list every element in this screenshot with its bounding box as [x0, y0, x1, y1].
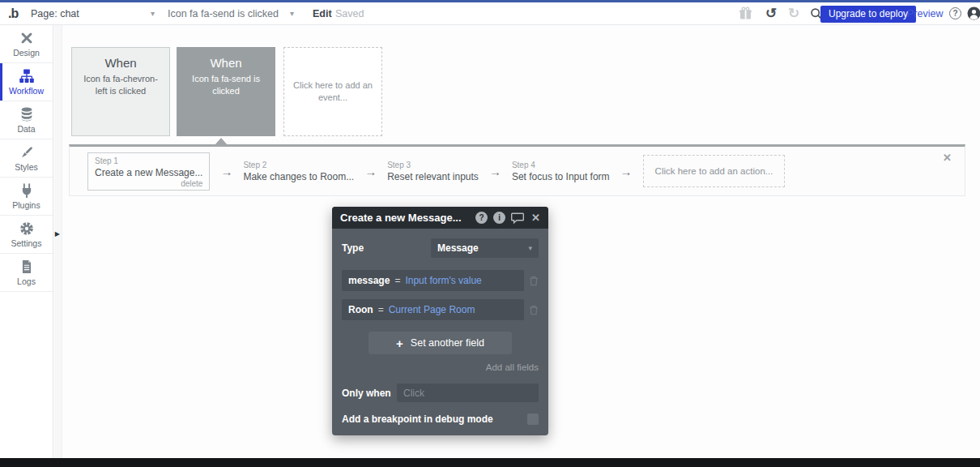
info-icon[interactable]: i	[493, 212, 505, 224]
upgrade-to-deploy-button[interactable]: Upgrade to deploy	[820, 6, 916, 23]
step-arrow-icon: →	[489, 165, 501, 178]
field-name: message	[348, 275, 390, 286]
step-4-card[interactable]: Step 4 Set focus to Input form	[512, 161, 610, 182]
add-event-placeholder[interactable]: Click here to add an event...	[283, 47, 382, 136]
database-icon	[19, 107, 34, 122]
help-icon[interactable]: ?	[475, 212, 488, 224]
set-another-field-label: Set another field	[411, 337, 484, 349]
sidebar-item-plugins[interactable]: Plugins	[0, 178, 53, 216]
top-toolbar: .b Page: chat ▾ Icon fa fa-send is click…	[0, 2, 980, 25]
only-when-label: Only when	[342, 388, 397, 399]
event-description: Icon fa fa-send is clicked	[184, 73, 268, 97]
actions-panel: Step 1 Create a new Message... delete → …	[69, 144, 965, 196]
bubble-logo: .b	[8, 2, 18, 24]
workflow-icon	[19, 69, 34, 84]
breakpoint-label: Add a breakpoint in debug mode	[342, 413, 493, 425]
step-2-card[interactable]: Step 2 Make changes to Room...	[243, 161, 354, 182]
chevron-down-icon: ▾	[528, 244, 532, 252]
step-caption: Step 3	[387, 161, 479, 169]
type-label: Type	[342, 242, 364, 254]
sidebar-item-label: Data	[17, 124, 35, 134]
edit-mode-label[interactable]: Edit	[313, 2, 332, 24]
step-delete-link[interactable]: delete	[95, 179, 202, 188]
step-caption: Step 4	[512, 161, 610, 169]
type-dropdown[interactable]: Message ▾	[431, 238, 539, 258]
sidebar-item-design[interactable]: Design	[0, 25, 53, 63]
step-label: Create a new Message...	[95, 167, 202, 178]
sidebar-item-workflow[interactable]: Workflow	[0, 63, 53, 101]
add-all-fields-link[interactable]: Add all fields	[342, 362, 539, 372]
sidebar-item-label: Plugins	[12, 200, 40, 210]
comment-icon[interactable]	[511, 212, 524, 224]
sidebar-item-styles[interactable]: Styles	[0, 139, 53, 178]
step-arrow-icon: →	[220, 165, 232, 178]
step-caption: Step 2	[243, 161, 354, 169]
sidebar-expand-handle[interactable]: ▶	[55, 230, 60, 238]
popup-title: Create a new Message...	[340, 212, 475, 224]
field-name: Roon	[348, 304, 373, 315]
plug-icon	[19, 183, 34, 198]
bottom-taskbar	[0, 458, 980, 467]
step-caption: Step 1	[95, 156, 202, 165]
set-another-field-button[interactable]: + Set another field	[369, 332, 512, 354]
step-3-card[interactable]: Step 3 Reset relevant inputs	[387, 161, 479, 182]
event-heading: When	[79, 56, 163, 70]
event-description: Icon fa fa-chevron-left is clicked	[79, 73, 163, 97]
sidebar-item-label: Logs	[17, 276, 36, 286]
step-label: Make changes to Room...	[243, 171, 354, 182]
event-heading: When	[184, 56, 268, 70]
event-box-chevron-left[interactable]: When Icon fa fa-chevron-left is clicked	[71, 47, 170, 136]
document-icon	[19, 259, 34, 274]
breakpoint-checkbox[interactable]	[527, 413, 539, 425]
popup-body: Type Message ▾ message = Input form's va…	[332, 229, 548, 435]
sidebar-item-data[interactable]: Data	[0, 101, 53, 139]
event-box-send-selected[interactable]: When Icon fa fa-send is clicked	[177, 47, 275, 136]
field-value-expression[interactable]: Input form's value	[405, 275, 481, 286]
avatar[interactable]	[967, 2, 980, 24]
sidebar-item-settings[interactable]: Settings ▶	[0, 216, 53, 254]
chevron-down-icon[interactable]: ▾	[151, 2, 155, 24]
add-event-label: Click here to add an event...	[292, 79, 373, 104]
field-row-message[interactable]: message = Input form's value	[342, 270, 524, 291]
field-operator: =	[394, 275, 400, 286]
preview-link[interactable]: Preview	[907, 2, 943, 24]
gift-icon[interactable]	[737, 2, 753, 24]
top-accent-strip	[0, 0, 980, 2]
add-action-placeholder[interactable]: Click here to add an action...	[643, 155, 786, 187]
page-selector[interactable]: Page: chat	[31, 2, 79, 24]
sidebar-item-label: Styles	[15, 162, 38, 172]
undo-icon[interactable]: ↺	[763, 2, 779, 24]
canvas-scrollbar-track[interactable]	[54, 25, 62, 458]
plus-icon: +	[396, 336, 403, 350]
step-1-card[interactable]: Step 1 Create a new Message... delete	[87, 152, 210, 191]
step-label: Reset relevant inputs	[387, 171, 479, 182]
sidebar-item-label: Settings	[11, 238, 42, 248]
sidebar-item-logs[interactable]: Logs	[0, 254, 53, 292]
step-arrow-icon: →	[364, 165, 377, 178]
type-dropdown-value: Message	[437, 242, 528, 254]
sidebar-item-label: Design	[13, 48, 40, 58]
help-glyph: ?	[949, 7, 961, 19]
gear-icon	[19, 221, 34, 236]
design-icon	[19, 31, 34, 45]
redo-icon[interactable]: ↻	[786, 2, 802, 24]
action-properties-popup: Create a new Message... ? i ✕ Type Messa…	[332, 207, 548, 435]
paintbrush-icon	[19, 145, 34, 160]
step-arrow-icon: →	[620, 165, 633, 178]
help-icon[interactable]: ?	[949, 2, 961, 24]
close-icon[interactable]: ✕	[531, 212, 540, 224]
trash-icon[interactable]	[529, 276, 539, 286]
event-selector[interactable]: Icon fa fa-send is clicked	[168, 2, 279, 24]
close-icon[interactable]: ✕	[943, 152, 952, 164]
saved-status: Saved	[335, 2, 364, 24]
popup-header[interactable]: Create a new Message... ? i ✕	[332, 207, 548, 229]
field-value-expression[interactable]: Current Page Room	[389, 304, 475, 315]
left-sidebar: Design Workflow	[0, 25, 53, 458]
chevron-down-icon[interactable]: ▾	[290, 2, 294, 24]
step-label: Set focus to Input form	[512, 171, 610, 182]
field-row-roon[interactable]: Roon = Current Page Room	[342, 299, 524, 320]
field-operator: =	[378, 304, 384, 315]
trash-icon[interactable]	[529, 305, 539, 315]
only-when-input[interactable]: Click	[397, 383, 539, 402]
sidebar-item-label: Workflow	[9, 86, 44, 96]
